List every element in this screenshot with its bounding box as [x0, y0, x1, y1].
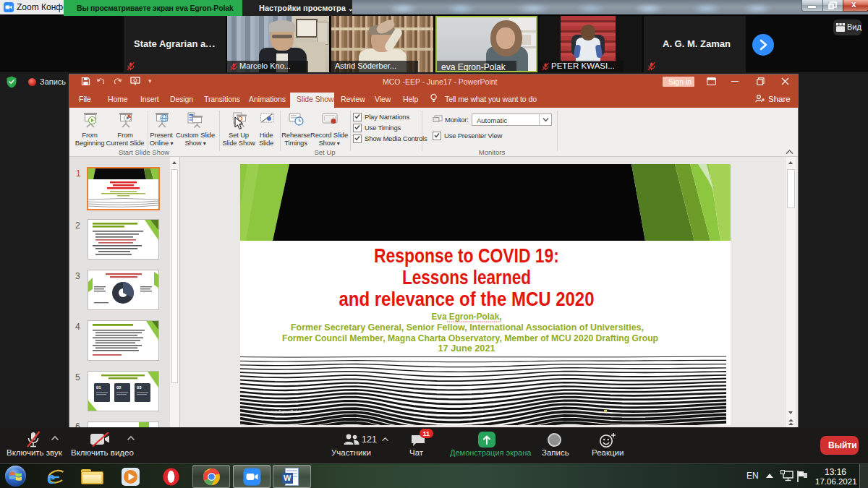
svg-text:17 June 2021: 17 June 2021: [438, 343, 495, 354]
svg-text:Response to COVID 19:: Response to COVID 19:: [374, 244, 559, 267]
svg-text:01: 01: [96, 385, 101, 390]
svg-text:Former Council Member, Magna C: Former Council Member, Magna Charta Obse…: [282, 333, 658, 343]
svg-text:eva EgronPolak: eva EgronPolak: [271, 409, 302, 414]
svg-text:Former Secretary General, Seni: Former Secretary General, Senior Fellow,…: [291, 322, 644, 333]
svg-text:and relevance of the MCU 2020: and relevance of the MCU 2020: [339, 288, 595, 310]
svg-text:Lessons learned: Lessons learned: [402, 266, 531, 288]
svg-text:03: 03: [137, 385, 142, 390]
svg-text:Eva Egron-Polak,: Eva Egron-Polak,: [432, 311, 502, 322]
svg-text:02: 02: [116, 385, 122, 390]
